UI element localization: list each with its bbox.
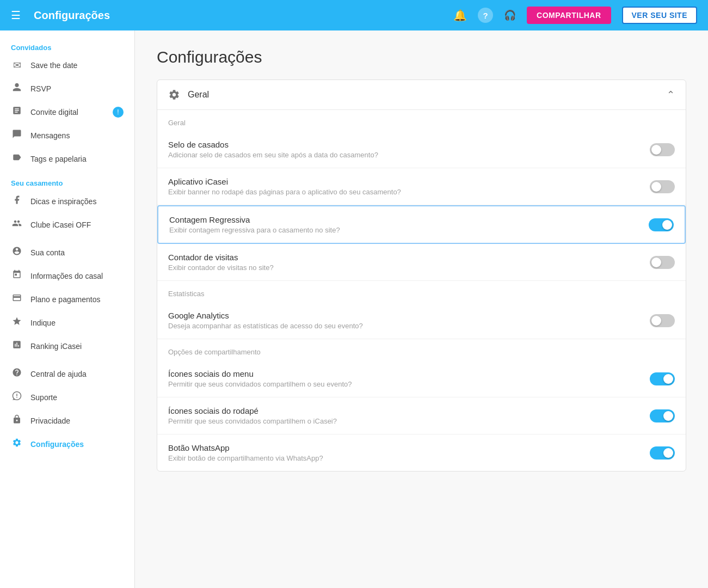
menu-icon[interactable]: ☰ xyxy=(11,9,21,22)
sidebar-item-informacoes-casal[interactable]: Informações do casal xyxy=(0,264,134,287)
setting-title-contador-visitas: Contador de visitas xyxy=(168,253,650,262)
sidebar-item-label: Tags e papelaria xyxy=(30,155,87,163)
calendar-icon xyxy=(11,270,23,282)
sidebar-item-plano-pagamentos[interactable]: Plano e pagamentos xyxy=(0,287,134,311)
setting-row-selo-casados: Selo de casados Adicionar selo de casado… xyxy=(157,131,686,168)
sidebar-item-central-ajuda[interactable]: Central de ajuda xyxy=(0,362,134,385)
setting-info-botao-whatsapp: Botão WhatsApp Exibir botão de compartil… xyxy=(168,443,650,462)
sidebar-item-label: Dicas e inspirações xyxy=(30,197,96,206)
sidebar-item-suporte[interactable]: Suporte xyxy=(0,385,134,409)
setting-info-contagem-regressiva: Contagem Regressiva Exibir contagem regr… xyxy=(169,215,649,234)
setting-desc-selo-casados: Adicionar selo de casados em seu site ap… xyxy=(168,151,650,159)
tag-icon xyxy=(11,152,23,165)
setting-row-icones-sociais-menu: Ícones sociais do menu Permitir que seus… xyxy=(157,360,686,397)
navbar: ☰ Configurações 🔔 ? 🎧 COMPARTILHAR VER S… xyxy=(0,0,708,30)
help-icon[interactable]: ? xyxy=(478,8,493,23)
toggle-slider-google-analytics xyxy=(650,314,675,327)
bar-chart-icon xyxy=(11,340,23,352)
navbar-icons: 🔔 ? 🎧 COMPARTILHAR VER SEU SITE xyxy=(453,7,697,24)
sidebar-item-clube-icasei[interactable]: Clube iCasei OFF xyxy=(0,213,134,236)
settings-card: Geral ⌃ Geral Selo de casados Adicionar … xyxy=(157,79,686,471)
payment-icon xyxy=(11,293,23,305)
setting-row-icones-sociais-rodape: Ícones sociais do rodapé Permitir que se… xyxy=(157,397,686,434)
headset-icon[interactable]: 🎧 xyxy=(504,9,516,21)
page-title: Configurações xyxy=(157,48,686,66)
section-geral-label: Geral xyxy=(157,110,686,131)
sidebar-item-dicas-inspiracoes[interactable]: Dicas e inspirações xyxy=(0,189,134,213)
setting-info-aplicativo-icasei: Aplicativo iCasei Exibir banner no rodap… xyxy=(168,177,650,196)
sidebar-item-label: Suporte xyxy=(30,393,57,402)
main-content: Configurações Geral ⌃ Geral Selo de casa… xyxy=(135,30,708,588)
ver-site-button[interactable]: VER SEU SITE xyxy=(622,7,697,24)
toggle-contagem-regressiva[interactable] xyxy=(649,218,674,231)
toggle-contador-visitas[interactable] xyxy=(650,256,675,269)
gear-icon-header xyxy=(168,89,180,101)
toggle-slider-contagem-regressiva xyxy=(649,218,674,231)
toggle-botao-whatsapp[interactable] xyxy=(650,446,675,460)
sidebar-item-configuracoes[interactable]: Configurações xyxy=(0,432,134,456)
sidebar-item-label: Save the date xyxy=(30,61,77,70)
setting-info-google-analytics: Google Analytics Deseja acompanhar as es… xyxy=(168,311,650,330)
envelope-icon: ✉ xyxy=(11,59,23,71)
question-icon xyxy=(11,367,23,380)
setting-row-botao-whatsapp: Botão WhatsApp Exibir botão de compartil… xyxy=(157,434,686,471)
toggle-google-analytics[interactable] xyxy=(650,314,675,327)
setting-info-icones-sociais-menu: Ícones sociais do menu Permitir que seus… xyxy=(168,369,650,388)
setting-title-aplicativo-icasei: Aplicativo iCasei xyxy=(168,177,650,186)
setting-title-contagem-regressiva: Contagem Regressiva xyxy=(169,215,649,224)
setting-desc-botao-whatsapp: Exibir botão de compartilhamento via Wha… xyxy=(168,454,650,462)
navbar-title: Configurações xyxy=(34,9,445,22)
setting-desc-google-analytics: Deseja acompanhar as estatísticas de ace… xyxy=(168,322,650,330)
convite-badge: ! xyxy=(113,107,124,118)
setting-desc-icones-sociais-menu: Permitir que seus convidados compartilhe… xyxy=(168,380,650,388)
sidebar-item-indique[interactable]: Indique xyxy=(0,311,134,334)
card-header[interactable]: Geral ⌃ xyxy=(157,80,686,110)
card-header-left: Geral xyxy=(168,89,209,101)
sidebar: Convidados ✉ Save the date RSVP Convite … xyxy=(0,30,135,588)
sidebar-section-casamento: Seu casamento xyxy=(0,175,134,189)
sidebar-item-convite-digital[interactable]: Convite digital ! xyxy=(0,100,134,124)
sidebar-item-save-the-date[interactable]: ✉ Save the date xyxy=(0,54,134,77)
setting-info-contador-visitas: Contador de visitas Exibir contador de v… xyxy=(168,253,650,272)
setting-title-icones-sociais-menu: Ícones sociais do menu xyxy=(168,369,650,378)
setting-desc-icones-sociais-rodape: Permitir que seus convidados compartilhe… xyxy=(168,417,650,425)
sidebar-item-label: Plano e pagamentos xyxy=(30,295,100,304)
compartilhar-button[interactable]: COMPARTILHAR xyxy=(527,7,611,24)
toggle-slider-selo-casados xyxy=(650,143,675,156)
setting-row-contador-visitas: Contador de visitas Exibir contador de v… xyxy=(157,244,686,281)
section-estatisticas-label: Estatísticas xyxy=(157,281,686,302)
sidebar-item-label: Informações do casal xyxy=(30,272,103,280)
setting-title-selo-casados: Selo de casados xyxy=(168,140,650,149)
toggle-aplicativo-icasei[interactable] xyxy=(650,180,675,193)
convite-icon xyxy=(11,106,23,118)
sidebar-item-label: Configurações xyxy=(30,440,84,449)
toggle-icones-sociais-rodape[interactable] xyxy=(650,409,675,422)
bell-icon[interactable]: 🔔 xyxy=(453,9,467,22)
sidebar-item-tags-papelaria[interactable]: Tags e papelaria xyxy=(0,147,134,170)
sidebar-item-rsvp[interactable]: RSVP xyxy=(0,77,134,100)
setting-row-google-analytics: Google Analytics Deseja acompanhar as es… xyxy=(157,302,686,339)
setting-row-aplicativo-icasei: Aplicativo iCasei Exibir banner no rodap… xyxy=(157,168,686,205)
toggle-icones-sociais-menu[interactable] xyxy=(650,372,675,385)
setting-info-selo-casados: Selo de casados Adicionar selo de casado… xyxy=(168,140,650,159)
group-icon xyxy=(11,218,23,231)
sidebar-item-sua-conta[interactable]: Sua conta xyxy=(0,241,134,264)
gear-icon xyxy=(11,438,23,450)
sidebar-item-label: Ranking iCasei xyxy=(30,342,82,351)
toggle-slider-aplicativo-icasei xyxy=(650,180,675,193)
star-icon xyxy=(11,316,23,329)
sidebar-item-label: Convite digital xyxy=(30,108,78,117)
sidebar-item-mensagens[interactable]: Mensagens xyxy=(0,124,134,147)
toggle-selo-casados[interactable] xyxy=(650,143,675,156)
chevron-up-icon: ⌃ xyxy=(667,89,675,101)
message-icon xyxy=(11,129,23,142)
sidebar-item-label: Sua conta xyxy=(30,248,65,257)
card-header-title: Geral xyxy=(188,90,209,100)
sidebar-item-privacidade[interactable]: Privacidade xyxy=(0,409,134,432)
sidebar-item-label: Clube iCasei OFF xyxy=(30,220,91,229)
sidebar-item-ranking-icasei[interactable]: Ranking iCasei xyxy=(0,334,134,358)
setting-title-icones-sociais-rodape: Ícones sociais do rodapé xyxy=(168,406,650,415)
sidebar-item-label: Indique xyxy=(30,318,56,327)
sidebar-item-label: Central de ajuda xyxy=(30,370,87,378)
sidebar-section-convidados: Convidados xyxy=(0,39,134,54)
